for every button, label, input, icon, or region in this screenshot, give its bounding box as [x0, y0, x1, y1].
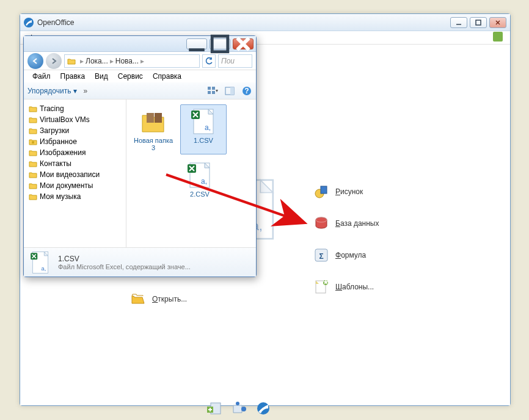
explorer-main: Tracing VirtualBox VMs Загрузки Избранно… — [24, 100, 256, 247]
details-pane: a, 1.CSV Файл Microsoft Excel, содержащи… — [24, 247, 256, 277]
menu-file[interactable]: Файл — [27, 71, 56, 82]
maximize-button[interactable] — [470, 17, 487, 28]
tree-item-music[interactable]: Моя музыка — [26, 191, 123, 202]
tray-download-icon[interactable] — [493, 32, 503, 42]
folder-thumb-icon — [139, 107, 168, 136]
menu-help[interactable]: Справка — [148, 71, 186, 82]
apps-column-right: Рисунок База данных Σ Формула ★ Шаблоны.… — [313, 184, 379, 295]
app-templates-label: Шаблоны... — [335, 283, 374, 291]
details-filename: 1.CSV — [58, 255, 191, 263]
formula-icon: Σ — [313, 247, 329, 263]
svg-rect-24 — [230, 87, 234, 95]
svg-rect-28 — [155, 113, 162, 123]
organize-button[interactable]: Упорядочить ▾ — [27, 87, 77, 95]
folder-icon — [67, 57, 76, 65]
openoffice-logo-icon — [24, 18, 34, 27]
csv-file-icon: a, — [189, 107, 218, 136]
explorer-toolbar: Упорядочить ▾ » ▾ ? — [24, 82, 256, 100]
app-open[interactable]: Открыть... — [130, 291, 187, 307]
app-open-label: Открыть... — [152, 295, 187, 303]
breadcrumb[interactable]: ▸ Лока... ▸ Нова... ▸ — [64, 54, 200, 68]
app-draw-label: Рисунок — [335, 187, 363, 196]
tree-item-contacts[interactable]: Контакты — [26, 158, 123, 169]
view-mode-button[interactable]: ▾ — [207, 85, 218, 96]
svg-rect-20 — [212, 87, 215, 90]
tray-area — [493, 32, 506, 43]
explorer-window: ▸ Лока... ▸ Нова... ▸ Пои Файл Правка Ви… — [23, 35, 257, 277]
app-base[interactable]: База данных — [313, 215, 379, 231]
file-list[interactable]: Новая папка 3 a, 1.CSV a, 2.CSV — [126, 100, 256, 247]
menu-tools[interactable]: Сервис — [113, 71, 148, 82]
database-icon — [313, 215, 329, 231]
toolbar-more[interactable]: » — [83, 87, 87, 95]
minimize-button[interactable] — [450, 17, 467, 28]
app-math-label: Формула — [335, 251, 366, 259]
extension-icon[interactable] — [230, 401, 247, 416]
info-icon[interactable] — [255, 401, 272, 416]
svg-point-12 — [241, 407, 246, 411]
app-draw[interactable]: Рисунок — [313, 184, 379, 200]
openoffice-titlebar[interactable]: OpenOffice — [20, 14, 510, 31]
svg-rect-21 — [208, 91, 211, 94]
folder-tree[interactable]: Tracing VirtualBox VMs Загрузки Избранно… — [24, 100, 126, 247]
tree-item-downloads[interactable]: Загрузки — [26, 125, 123, 136]
explorer-maximize-button[interactable] — [210, 38, 230, 49]
nav-back-button[interactable] — [27, 53, 43, 69]
file-folder-label: Новая папка 3 — [132, 137, 175, 151]
svg-text:?: ? — [244, 87, 249, 95]
svg-text:a,: a, — [42, 264, 46, 271]
tree-item-documents[interactable]: Мои документы — [26, 180, 123, 191]
details-filetype: Файл Microsoft Excel, содержащий значе..… — [58, 263, 191, 270]
app-base-label: База данных — [335, 219, 379, 228]
svg-rect-0 — [476, 20, 481, 25]
explorer-titlebar[interactable] — [24, 36, 256, 52]
svg-rect-2 — [321, 186, 327, 194]
help-button[interactable]: ? — [241, 85, 252, 96]
menu-view[interactable]: Вид — [90, 71, 113, 82]
svg-text:★: ★ — [323, 279, 329, 286]
tree-item-tracing[interactable]: Tracing — [26, 103, 123, 114]
explorer-minimize-button[interactable] — [186, 38, 207, 49]
templates-icon: ★ — [313, 279, 329, 295]
file-csv-1[interactable]: a, 1.CSV — [180, 104, 227, 154]
breadcrumb-crumb-2[interactable]: Нова... — [115, 57, 139, 65]
nav-refresh-button[interactable] — [202, 54, 216, 68]
draw-icon — [313, 184, 329, 200]
openoffice-title: OpenOffice — [37, 18, 448, 27]
svg-rect-27 — [147, 113, 154, 123]
explorer-navbar: ▸ Лока... ▸ Нова... ▸ Пои — [24, 52, 256, 70]
svg-text:Σ: Σ — [319, 252, 323, 261]
file-csv-1-label: 1.CSV — [194, 137, 213, 144]
menu-edit[interactable]: Правка — [56, 71, 90, 82]
file-csv-2-label: 2.CSV — [190, 190, 210, 198]
csv-file-icon: a, — [185, 161, 214, 189]
open-folder-icon — [130, 291, 146, 307]
svg-rect-18 — [212, 36, 228, 52]
tree-item-favorites[interactable]: Избранное — [26, 136, 123, 147]
file-csv-2[interactable]: a, 2.CSV — [177, 158, 223, 201]
svg-text:a,: a, — [205, 123, 211, 132]
app-templates[interactable]: ★ Шаблоны... — [313, 279, 379, 295]
breadcrumb-crumb-1[interactable]: Лока... — [86, 57, 108, 65]
tree-item-pictures[interactable]: Изображения — [26, 147, 123, 158]
file-folder[interactable]: Новая папка 3 — [130, 104, 177, 154]
svg-rect-19 — [208, 87, 211, 90]
startcenter-bottom-icons — [206, 401, 272, 416]
svg-text:a,: a, — [201, 177, 207, 186]
details-file-icon: a, — [29, 251, 52, 274]
tree-item-videos[interactable]: Мои видеозаписи — [26, 169, 123, 180]
nav-forward-button[interactable] — [46, 53, 62, 69]
explorer-close-button[interactable] — [233, 38, 254, 49]
add-template-icon[interactable] — [206, 401, 223, 416]
search-input[interactable]: Пои — [218, 54, 252, 68]
apps-column-left: Открыть... — [130, 291, 187, 307]
explorer-menubar: Файл Правка Вид Сервис Справка — [24, 70, 256, 82]
preview-pane-button[interactable] — [224, 85, 235, 96]
chevron-down-icon: ▾ — [73, 87, 77, 95]
svg-rect-22 — [212, 91, 215, 94]
close-button[interactable] — [489, 17, 506, 28]
svg-point-13 — [236, 402, 239, 405]
app-math[interactable]: Σ Формула — [313, 247, 379, 263]
tree-item-virtualbox[interactable]: VirtualBox VMs — [26, 114, 123, 125]
search-placeholder: Пои — [221, 57, 235, 65]
